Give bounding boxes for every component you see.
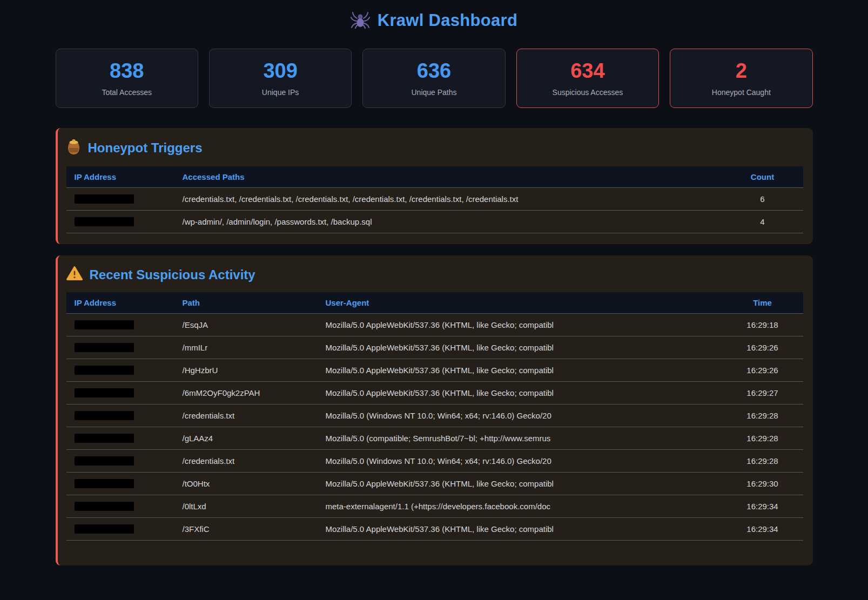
table-row: /tO0Htx Mozilla/5.0 AppleWebKit/537.36 (… [66, 473, 803, 495]
stat-value: 634 [570, 60, 604, 81]
honeypot-panel-header: Honeypot Triggers [66, 139, 803, 157]
table-row: /3FXfiC Mozilla/5.0 AppleWebKit/537.36 (… [66, 518, 803, 541]
honeypot-table: IP Address Accessed Paths Count /credent… [66, 166, 803, 233]
stat-label: Suspicious Accesses [553, 88, 623, 97]
redacted-ip [75, 217, 134, 226]
user-agent-cell: meta-externalagent/1.1 (+https://develop… [318, 495, 722, 518]
redacted-ip [75, 479, 134, 488]
user-agent-cell: Mozilla/5.0 AppleWebKit/537.36 (KHTML, l… [318, 359, 722, 382]
time-cell: 16:29:26 [722, 336, 803, 359]
stat-value: 636 [417, 60, 451, 81]
ip-cell [66, 450, 174, 473]
time-cell: 16:29:28 [722, 450, 803, 473]
stat-value: 2 [736, 60, 747, 81]
user-agent-cell: Mozilla/5.0 AppleWebKit/537.36 (KHTML, l… [318, 336, 722, 359]
stat-label: Unique Paths [411, 88, 456, 97]
count-cell: 6 [722, 188, 803, 211]
time-cell: 16:29:34 [722, 495, 803, 518]
accessed-paths-cell: /wp-admin/, /admin/login, /passwords.txt… [174, 211, 722, 233]
honeypot-panel: Honeypot Triggers IP Address Accessed Pa… [56, 128, 813, 244]
honeypot-icon [66, 139, 81, 157]
stat-card: 636 Unique Paths [362, 49, 505, 108]
activity-table: IP Address Path User-Agent Time /EsqJA M… [66, 292, 803, 541]
path-cell: /HgHzbrU [174, 359, 318, 382]
redacted-ip [75, 194, 134, 204]
redacted-ip [75, 434, 134, 443]
column-header-ip-address: IP Address [66, 292, 174, 314]
time-cell: 16:29:27 [722, 382, 803, 405]
table-row: /credentials.txt, /credentials.txt, /cre… [66, 188, 803, 211]
stat-card: 634 Suspicious Accesses [516, 49, 659, 108]
stat-card: 309 Unique IPs [209, 49, 352, 108]
spider-icon [351, 10, 370, 31]
stat-label: Total Accesses [102, 88, 152, 97]
redacted-ip [75, 388, 134, 397]
path-cell: /mmILr [174, 336, 318, 359]
activity-panel-title: Recent Suspicious Activity [90, 267, 255, 282]
ip-cell [66, 359, 174, 382]
column-header-time: Time [722, 292, 803, 314]
column-header-path: Path [174, 292, 318, 314]
dashboard: Krawl Dashboard 838 Total Accesses 309 U… [56, 0, 813, 565]
ip-cell [66, 427, 174, 450]
ip-cell [66, 188, 174, 211]
count-cell: 4 [722, 211, 803, 233]
redacted-ip [75, 366, 134, 375]
table-row: /0ltLxd meta-externalagent/1.1 (+https:/… [66, 495, 803, 518]
table-row: /mmILr Mozilla/5.0 AppleWebKit/537.36 (K… [66, 336, 803, 359]
redacted-ip [75, 320, 134, 329]
ip-cell [66, 405, 174, 427]
activity-panel: Recent Suspicious Activity IP Address Pa… [56, 255, 813, 565]
redacted-ip [75, 524, 134, 534]
table-row: /gLAAz4 Mozilla/5.0 (compatible; Semrush… [66, 427, 803, 450]
stat-label: Unique IPs [262, 88, 299, 97]
path-cell: /credentials.txt [174, 405, 318, 427]
path-cell: /gLAAz4 [174, 427, 318, 450]
column-header-ip-address: IP Address [66, 166, 174, 188]
time-cell: 16:29:28 [722, 427, 803, 450]
time-cell: 16:29:28 [722, 405, 803, 427]
table-row: /credentials.txt Mozilla/5.0 (Windows NT… [66, 405, 803, 427]
path-cell: /3FXfiC [174, 518, 318, 541]
stat-label: Honeypot Caught [712, 88, 771, 97]
warning-icon [66, 266, 83, 283]
ip-cell [66, 314, 174, 336]
ip-cell [66, 518, 174, 541]
table-row: /EsqJA Mozilla/5.0 AppleWebKit/537.36 (K… [66, 314, 803, 336]
column-header-accessed-paths: Accessed Paths [174, 166, 722, 188]
user-agent-cell: Mozilla/5.0 AppleWebKit/537.36 (KHTML, l… [318, 473, 722, 495]
accessed-paths-cell: /credentials.txt, /credentials.txt, /cre… [174, 188, 722, 211]
path-cell: /0ltLxd [174, 495, 318, 518]
user-agent-cell: Mozilla/5.0 AppleWebKit/537.36 (KHTML, l… [318, 518, 722, 541]
user-agent-cell: Mozilla/5.0 AppleWebKit/537.36 (KHTML, l… [318, 382, 722, 405]
time-cell: 16:29:34 [722, 518, 803, 541]
path-cell: /credentials.txt [174, 450, 318, 473]
user-agent-cell: Mozilla/5.0 (Windows NT 10.0; Win64; x64… [318, 405, 722, 427]
column-header-count: Count [722, 166, 803, 188]
user-agent-cell: Mozilla/5.0 (compatible; SemrushBot/7~bl… [318, 427, 722, 450]
honeypot-table-header-row: IP Address Accessed Paths Count [66, 166, 803, 188]
page-title: Krawl Dashboard [378, 11, 517, 30]
path-cell: /6mM2OyF0gk2zPAH [174, 382, 318, 405]
table-row: /6mM2OyF0gk2zPAH Mozilla/5.0 AppleWebKit… [66, 382, 803, 405]
ip-cell [66, 473, 174, 495]
ip-cell [66, 211, 174, 233]
table-row: /HgHzbrU Mozilla/5.0 AppleWebKit/537.36 … [66, 359, 803, 382]
redacted-ip [75, 411, 134, 420]
time-cell: 16:29:30 [722, 473, 803, 495]
redacted-ip [75, 456, 134, 466]
user-agent-cell: Mozilla/5.0 (Windows NT 10.0; Win64; x64… [318, 450, 722, 473]
stat-value: 309 [263, 60, 297, 81]
ip-cell [66, 382, 174, 405]
redacted-ip [75, 502, 134, 511]
activity-panel-header: Recent Suspicious Activity [66, 266, 803, 283]
stat-card: 2 Honeypot Caught [670, 49, 812, 108]
honeypot-panel-title: Honeypot Triggers [88, 140, 203, 156]
table-row: /wp-admin/, /admin/login, /passwords.txt… [66, 211, 803, 233]
stat-value: 838 [110, 60, 144, 81]
column-header-user-agent: User-Agent [318, 292, 722, 314]
path-cell: /tO0Htx [174, 473, 318, 495]
stats-row: 838 Total Accesses 309 Unique IPs 636 Un… [56, 49, 813, 108]
time-cell: 16:29:26 [722, 359, 803, 382]
time-cell: 16:29:18 [722, 314, 803, 336]
